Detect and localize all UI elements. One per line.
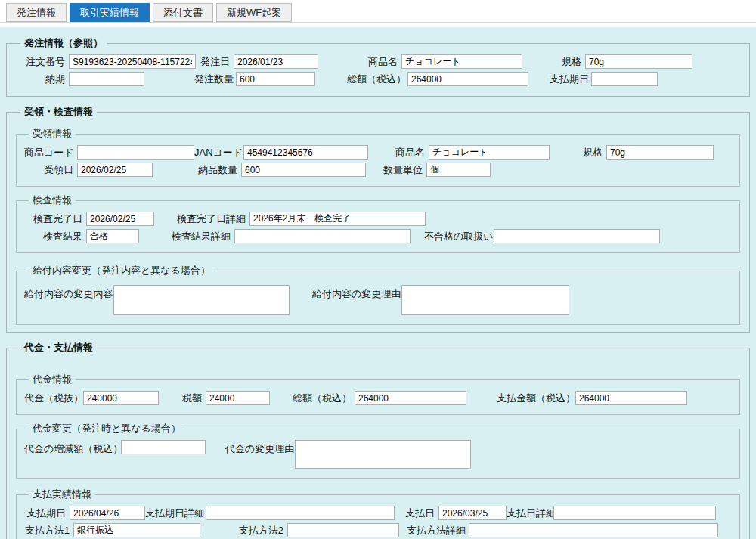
price-change-reason-textarea[interactable] <box>295 440 471 469</box>
order-qty-input[interactable] <box>236 72 315 86</box>
receipt-inspection-section: 受領・検査情報 受領情報 商品コード JANコード 商品名 規格 受領日 納品数… <box>6 105 750 333</box>
inspection-legend: 検査情報 <box>29 194 76 207</box>
payment-due-label: 支払期日 <box>550 73 591 86</box>
receipt-subsection: 受領情報 商品コード JANコード 商品名 規格 受領日 納品数量 数量単位 <box>16 127 740 187</box>
receipt-product-name-label: 商品名 <box>383 146 429 160</box>
price-delta-input[interactable] <box>121 440 206 454</box>
order-date-input[interactable] <box>234 54 318 69</box>
inspection-result-input[interactable] <box>86 229 139 243</box>
tax-input[interactable] <box>206 391 270 405</box>
price-legend: 代金情報 <box>29 373 76 386</box>
pay-date-detail-label: 支払日詳細 <box>507 506 553 520</box>
benefit-change-legend: 給付内容変更（発注内容と異なる場合） <box>29 264 214 277</box>
pay-method-detail-input[interactable] <box>469 523 718 537</box>
pay-due-date-input[interactable] <box>70 506 145 520</box>
receipt-product-name-input[interactable] <box>429 145 550 160</box>
transaction-record-panel: 発注情報（参照） 注文番号 発注日 商品名 規格 納期 発注数量 総額（税込） … <box>0 27 756 539</box>
pay-method2-input[interactable] <box>287 523 399 537</box>
price-total-inc-tax-input[interactable] <box>355 391 466 405</box>
product-name-label: 商品名 <box>347 55 401 69</box>
inspection-complete-date-input[interactable] <box>86 212 154 226</box>
price-change-subsection: 代金変更（発注時と異なる場合） 代金の増減額（税込） 代金の変更理由 <box>16 422 740 479</box>
receipt-legend: 受領情報 <box>29 127 76 141</box>
tab-order-info[interactable]: 発注情報 <box>6 3 67 22</box>
order-ref-legend: 発注情報（参照） <box>20 36 107 50</box>
pay-due-date-detail-label: 支払期日詳細 <box>145 506 206 520</box>
order-number-label: 注文番号 <box>16 55 69 69</box>
receipt-inspection-legend: 受領・検査情報 <box>20 105 97 119</box>
qty-unit-input[interactable] <box>426 163 491 177</box>
qty-unit-label: 数量単位 <box>381 163 426 177</box>
benefit-change-content-label: 給付内容の変更内容 <box>24 285 113 301</box>
pay-method1-label: 支払方法1 <box>24 524 73 537</box>
total-inc-tax-label: 総額（税込） <box>347 73 407 86</box>
pay-date-detail-input[interactable] <box>553 506 716 520</box>
product-code-label: 商品コード <box>24 146 77 160</box>
pay-method-detail-label: 支払方法詳細 <box>407 524 469 537</box>
payment-due-input[interactable] <box>591 72 658 86</box>
reject-handling-label: 不合格の取扱い <box>424 230 494 243</box>
tab-attachments[interactable]: 添付文書 <box>153 3 213 22</box>
order-ref-section: 発注情報（参照） 注文番号 発注日 商品名 規格 納期 発注数量 総額（税込） … <box>6 36 750 97</box>
benefit-change-reason-label: 給付内容の変更理由 <box>312 285 401 301</box>
tax-label: 税額 <box>178 392 206 405</box>
spec-input[interactable] <box>585 54 692 69</box>
payment-section: 代金・支払情報 代金情報 代金（税抜） 税額 総額（税込） 支払金額（税込） 代… <box>6 341 750 539</box>
pay-due-date-label: 支払期日 <box>24 506 70 520</box>
inspection-complete-date-detail-input[interactable] <box>249 212 426 226</box>
jan-code-label: JANコード <box>194 146 243 160</box>
delivery-date-label: 納期 <box>16 73 69 86</box>
order-qty-label: 発注数量 <box>194 73 236 86</box>
inspection-result-detail-input[interactable] <box>234 229 411 243</box>
pay-method2-label: 支払方法2 <box>238 524 287 537</box>
spec-label: 規格 <box>544 55 585 69</box>
pay-amount-label: 支払金額（税込） <box>497 392 575 405</box>
delivery-qty-input[interactable] <box>241 163 366 177</box>
tab-bar: 発注情報 取引実績情報 添付文書 新規WF起案 <box>0 0 756 23</box>
inspection-subsection: 検査情報 検査完了日 検査完了日詳細 検査結果 検査結果詳細 不合格の取扱い <box>16 194 740 253</box>
pay-record-legend: 支払実績情報 <box>29 488 95 501</box>
inspection-result-label: 検査結果 <box>24 230 86 243</box>
total-inc-tax-input[interactable] <box>407 72 528 86</box>
benefit-change-subsection: 給付内容変更（発注内容と異なる場合） 給付内容の変更内容 給付内容の変更理由 <box>16 264 740 325</box>
price-total-inc-tax-label: 総額（税込） <box>293 392 355 405</box>
receipt-date-input[interactable] <box>77 163 153 177</box>
reject-handling-input[interactable] <box>494 229 660 243</box>
price-change-reason-label: 代金の変更理由 <box>225 440 295 456</box>
receipt-spec-label: 規格 <box>565 146 606 160</box>
pay-date-label: 支払日 <box>404 506 438 520</box>
benefit-change-content-textarea[interactable] <box>113 285 290 315</box>
tab-new-wf-draft[interactable]: 新規WF起案 <box>216 3 292 22</box>
price-delta-label: 代金の増減額（税込） <box>24 440 121 456</box>
delivery-date-input[interactable] <box>69 72 144 86</box>
receipt-spec-input[interactable] <box>606 145 714 160</box>
pay-record-subsection: 支払実績情報 支払期日 支払期日詳細 支払日 支払日詳細 支払方法1 支払方法2… <box>16 488 740 539</box>
payment-legend: 代金・支払情報 <box>20 341 97 355</box>
inspection-complete-date-detail-label: 検査完了日詳細 <box>175 212 249 226</box>
inspection-result-detail-label: 検査結果詳細 <box>168 230 234 243</box>
order-date-label: 発注日 <box>196 55 234 69</box>
benefit-change-reason-textarea[interactable] <box>401 285 569 315</box>
price-subsection: 代金情報 代金（税抜） 税額 総額（税込） 支払金額（税込） <box>16 373 740 415</box>
tab-transaction-record[interactable]: 取引実績情報 <box>70 3 150 22</box>
pay-date-input[interactable] <box>438 506 507 520</box>
pay-due-date-detail-input[interactable] <box>206 506 395 520</box>
pay-amount-input[interactable] <box>575 391 687 405</box>
order-number-input[interactable] <box>69 54 196 69</box>
product-name-input[interactable] <box>401 54 522 69</box>
inspection-complete-date-label: 検査完了日 <box>24 212 86 226</box>
jan-code-input[interactable] <box>243 145 368 160</box>
product-code-input[interactable] <box>77 145 194 160</box>
delivery-qty-label: 納品数量 <box>192 163 241 177</box>
price-ex-tax-input[interactable] <box>83 391 159 405</box>
receipt-date-label: 受領日 <box>24 163 77 177</box>
price-ex-tax-label: 代金（税抜） <box>24 392 83 405</box>
pay-method1-input[interactable] <box>73 523 200 537</box>
price-change-legend: 代金変更（発注時と異なる場合） <box>29 422 184 435</box>
